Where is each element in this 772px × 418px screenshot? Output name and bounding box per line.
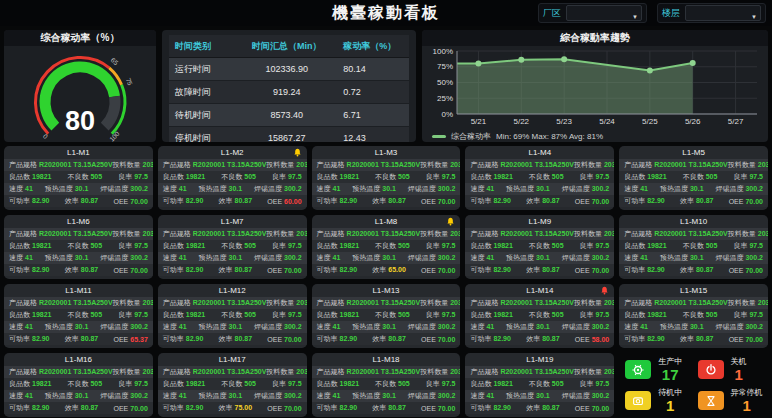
feed-value: 20327 (604, 230, 614, 237)
defect-label: 不良数 (683, 172, 704, 182)
svg-text:5/27: 5/27 (728, 117, 744, 126)
avail-value: 82.90 (340, 266, 358, 273)
preheat-label: 预热温度 (352, 391, 380, 401)
solder-label: 焊锡温度 (562, 253, 590, 263)
preheat-value: 30.1 (229, 185, 243, 192)
svg-text:50%: 50% (437, 78, 453, 87)
preheat-label: 预热温度 (45, 391, 73, 401)
yield-value: 97.5 (134, 311, 148, 318)
good-value: 19821 (647, 173, 666, 180)
spec-row: 产品规格R2020001 T3.15A250V 投料数量20327 (158, 228, 307, 240)
avail-label: 可动率 (624, 265, 645, 275)
preheat-label: 预热温度 (506, 322, 534, 332)
machine-card: L1-M1 产品规格R2020001 T3.15A250V 投料数量20327 … (4, 146, 153, 210)
avail-value: 82.90 (647, 197, 665, 204)
page-title: 機臺稼動看板 (332, 3, 440, 24)
machine-name: L1-M7 (158, 215, 307, 228)
good-label: 良品数 (163, 241, 184, 251)
yield-label: 良率 (118, 172, 132, 182)
feed-label: 投料数量 (574, 160, 602, 170)
oee-value: 70.00 (438, 336, 456, 343)
good-value: 19821 (32, 173, 51, 180)
spec-value: R2020001 T3.15A250V (500, 368, 574, 375)
good-label: 良品数 (470, 379, 491, 389)
preheat-label: 预热温度 (352, 322, 380, 332)
defect-value: 505 (706, 311, 718, 318)
factory-select[interactable]: ▼ (566, 5, 642, 21)
filter-factory: 厂区 ▼ (538, 3, 647, 23)
solder-label: 焊锡温度 (715, 322, 743, 332)
solder-value: 300.2 (592, 254, 610, 261)
yield-label: 良率 (426, 379, 440, 389)
yield-label: 良率 (426, 241, 440, 251)
alarm-bell-icon (139, 355, 148, 364)
oee-value: 70.00 (284, 267, 302, 274)
quality-row: 良品数19821 不良数505 良率97.5 (619, 240, 768, 252)
process-row: 速度41 预热温度30.1 焊锡温度300.2 (312, 321, 461, 333)
feed-value: 20327 (450, 230, 460, 237)
spec-value: R2020001 T3.15A250V (347, 368, 421, 375)
time-rate: 6.71 (337, 104, 409, 127)
spec-row: 产品规格R2020001 T3.15A250V 投料数量20327 (158, 297, 307, 309)
process-row: 速度41 预热温度30.1 焊锡温度300.2 (158, 390, 307, 402)
speed-value: 41 (486, 323, 494, 330)
good-label: 良品数 (317, 172, 338, 182)
defect-label: 不良数 (529, 379, 550, 389)
oee-value: 60.00 (284, 198, 302, 205)
feed-label: 投料数量 (266, 367, 294, 377)
machine-card: L1-M6 产品规格R2020001 T3.15A250V 投料数量20327 … (4, 215, 153, 279)
floor-select[interactable]: ▼ (685, 5, 761, 21)
avail-value: 82.90 (32, 197, 50, 204)
eff-value: 80.87 (542, 197, 560, 204)
spec-label: 产品规格 (470, 160, 498, 170)
feed-label: 投料数量 (420, 367, 448, 377)
eff-label: 效率 (526, 196, 540, 206)
eff-label: 效率 (65, 403, 79, 413)
time-category: 故障时间 (169, 81, 236, 104)
machine-name: L1-M11 (4, 284, 153, 297)
quality-row: 良品数19821 不良数505 良率97.5 (619, 309, 768, 321)
standby-icon[interactable] (625, 391, 651, 410)
power-icon[interactable] (698, 360, 724, 379)
chart-legend: 综合稼动率 Min: 69% Max: 87% Avg: 81% (422, 130, 768, 142)
avail-value: 82.90 (32, 404, 50, 411)
feed-value: 20327 (143, 230, 153, 237)
good-label: 良品数 (624, 172, 645, 182)
defect-value: 505 (90, 242, 102, 249)
feed-label: 投料数量 (266, 298, 294, 308)
oee-value: 70.00 (592, 198, 610, 205)
yield-label: 良率 (580, 241, 594, 251)
svg-text:5/23: 5/23 (556, 117, 572, 126)
process-row: 速度41 预热温度30.1 焊锡温度300.2 (312, 183, 461, 195)
speed-label: 速度 (470, 253, 484, 263)
good-label: 良品数 (470, 172, 491, 182)
spec-row: 产品规格R2020001 T3.15A250V 投料数量20327 (158, 159, 307, 171)
spec-label: 产品规格 (9, 160, 37, 170)
defect-value: 505 (552, 380, 564, 387)
quality-row: 良品数19821 不良数505 良率97.5 (465, 309, 614, 321)
alarm-bell-icon (139, 286, 148, 295)
defect-label: 不良数 (221, 310, 242, 320)
spec-value: R2020001 T3.15A250V (193, 368, 267, 375)
speed-value: 41 (486, 392, 494, 399)
eff-label: 效率 (372, 196, 386, 206)
good-value: 19821 (647, 311, 666, 318)
eff-label: 效率 (526, 334, 540, 344)
feed-value: 20327 (604, 299, 614, 306)
avail-label: 可动率 (317, 334, 338, 344)
oee-value: 70.00 (438, 267, 456, 274)
preheat-label: 预热温度 (660, 253, 688, 263)
abnormal-icon[interactable] (698, 391, 724, 410)
feed-label: 投料数量 (728, 229, 756, 239)
speed-label: 速度 (470, 184, 484, 194)
defect-value: 505 (244, 173, 256, 180)
production-icon[interactable] (625, 360, 651, 379)
avail-value: 82.90 (186, 404, 204, 411)
machine-card: L1-M19 产品规格R2020001 T3.15A250V 投料数量20327… (465, 353, 614, 417)
machine-name: L1-M3 (312, 146, 461, 159)
solder-label: 焊锡温度 (715, 184, 743, 194)
process-row: 速度41 预热温度30.1 焊锡温度300.2 (619, 321, 768, 333)
good-label: 良品数 (9, 241, 30, 251)
avail-label: 可动率 (470, 403, 491, 413)
yield-label: 良率 (272, 241, 286, 251)
